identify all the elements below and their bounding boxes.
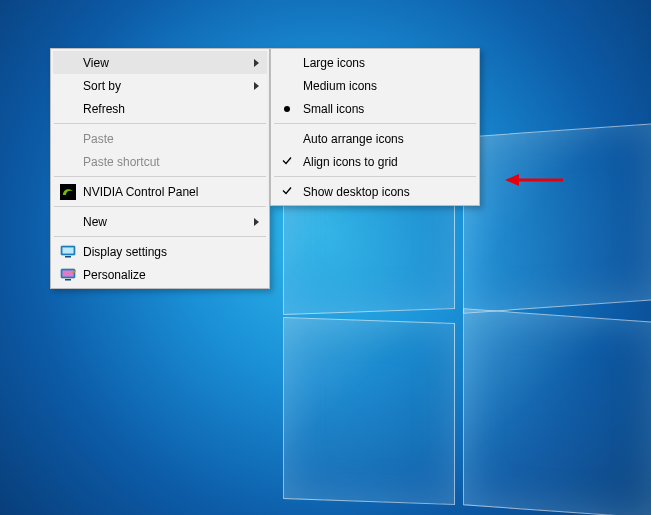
svg-rect-5 xyxy=(63,270,74,276)
submenu-item-medium-icons[interactable]: Medium icons xyxy=(273,74,477,97)
menu-separator xyxy=(54,236,266,237)
personalize-icon xyxy=(60,267,76,283)
menu-item-refresh[interactable]: Refresh xyxy=(53,97,267,120)
menu-item-paste: Paste xyxy=(53,127,267,150)
wallpaper-pane xyxy=(463,308,651,515)
menu-item-label: New xyxy=(83,215,107,229)
display-settings-icon xyxy=(60,244,76,260)
menu-item-label: Medium icons xyxy=(303,79,377,93)
wallpaper-pane xyxy=(283,317,455,505)
radio-selected-icon xyxy=(284,106,290,112)
submenu-item-auto-arrange[interactable]: Auto arrange icons xyxy=(273,127,477,150)
check-icon xyxy=(281,154,293,169)
menu-item-label: Paste xyxy=(83,132,114,146)
view-submenu: Large icons Medium icons Small icons Aut… xyxy=(270,48,480,206)
menu-item-label: Auto arrange icons xyxy=(303,132,404,146)
menu-item-new[interactable]: New xyxy=(53,210,267,233)
chevron-right-icon xyxy=(254,218,259,226)
menu-item-nvidia-control-panel[interactable]: NVIDIA Control Panel xyxy=(53,180,267,203)
menu-item-label: Show desktop icons xyxy=(303,185,410,199)
wallpaper-pane xyxy=(463,123,651,313)
svg-rect-6 xyxy=(65,279,71,281)
menu-separator xyxy=(54,206,266,207)
menu-item-paste-shortcut: Paste shortcut xyxy=(53,150,267,173)
menu-item-view[interactable]: View xyxy=(53,51,267,74)
menu-separator xyxy=(274,176,476,177)
submenu-item-show-desktop-icons[interactable]: Show desktop icons xyxy=(273,180,477,203)
svg-rect-2 xyxy=(63,247,74,253)
menu-separator xyxy=(54,123,266,124)
menu-item-label: Align icons to grid xyxy=(303,155,398,169)
submenu-item-align-grid[interactable]: Align icons to grid xyxy=(273,150,477,173)
menu-item-label: Paste shortcut xyxy=(83,155,160,169)
menu-item-label: Small icons xyxy=(303,102,364,116)
svg-rect-3 xyxy=(65,256,71,258)
menu-item-label: Display settings xyxy=(83,245,167,259)
menu-separator xyxy=(274,123,476,124)
chevron-right-icon xyxy=(254,59,259,67)
chevron-right-icon xyxy=(254,82,259,90)
menu-item-label: NVIDIA Control Panel xyxy=(83,185,198,199)
menu-separator xyxy=(54,176,266,177)
menu-item-display-settings[interactable]: Display settings xyxy=(53,240,267,263)
menu-item-sort-by[interactable]: Sort by xyxy=(53,74,267,97)
menu-item-personalize[interactable]: Personalize xyxy=(53,263,267,286)
submenu-item-small-icons[interactable]: Small icons xyxy=(273,97,477,120)
svg-rect-0 xyxy=(60,184,76,200)
menu-item-label: Refresh xyxy=(83,102,125,116)
submenu-item-large-icons[interactable]: Large icons xyxy=(273,51,477,74)
nvidia-icon xyxy=(60,184,76,200)
check-icon xyxy=(281,184,293,199)
desktop-context-menu: View Sort by Refresh Paste Paste shortcu… xyxy=(50,48,270,289)
desktop[interactable]: View Sort by Refresh Paste Paste shortcu… xyxy=(0,0,651,515)
menu-item-label: Sort by xyxy=(83,79,121,93)
menu-item-label: Personalize xyxy=(83,268,146,282)
menu-item-label: View xyxy=(83,56,109,70)
menu-item-label: Large icons xyxy=(303,56,365,70)
